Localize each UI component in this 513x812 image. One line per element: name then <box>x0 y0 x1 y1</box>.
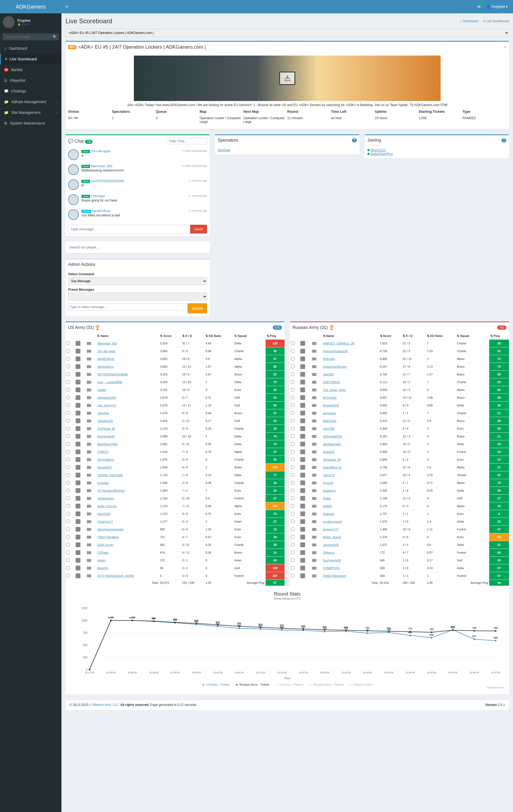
chat-player-link[interactable]: N0TOFFENSIVENAME <box>91 179 124 183</box>
user-menu[interactable]: 👤 Prophet ▾ <box>486 4 508 9</box>
player-link[interactable]: Jaysim0505 <box>323 543 339 546</box>
player-link[interactable]: yann33K <box>323 427 335 430</box>
row-checkbox[interactable] <box>291 434 294 438</box>
row-checkbox[interactable] <box>66 458 70 461</box>
col-header[interactable]: ⇅ Squad <box>233 332 265 340</box>
sidebar-item-playerlist[interactable]: ☰Playerlist <box>0 75 61 86</box>
player-link[interactable]: eliazi1992 <box>97 512 111 515</box>
player-link[interactable]: ChukyIce27 <box>97 520 113 523</box>
row-checkbox[interactable] <box>291 357 294 360</box>
row-checkbox[interactable] <box>291 458 294 461</box>
sidebar-item-adkats-management[interactable]: 📁AdKats Management‹ <box>0 96 61 107</box>
player-link[interactable]: DopamineShooter <box>323 365 347 368</box>
row-checkbox[interactable] <box>291 473 294 477</box>
legend-item[interactable]: -●- Russian Army - Tickets <box>235 683 269 686</box>
player-link[interactable]: CTABPIOKA <box>323 567 340 570</box>
footer-brand-link[interactable]: A Different Kind, LLC. <box>89 703 119 707</box>
row-checkbox[interactable] <box>66 373 70 376</box>
player-link[interactable]: Mister_Nueve <box>323 535 341 539</box>
row-checkbox[interactable] <box>291 388 294 392</box>
player-link[interactable]: SyncaS <box>323 481 333 485</box>
player-link[interactable]: holk89 <box>323 504 332 508</box>
row-checkbox[interactable] <box>66 411 70 415</box>
legend-item[interactable]: -●- US Army - Tickets <box>202 683 229 686</box>
row-checkbox[interactable] <box>66 473 70 477</box>
chat-player-link[interactable]: Marioman_993 <box>91 164 112 168</box>
player-link[interactable]: Z3NTURION <box>323 380 340 384</box>
player-link[interactable]: die30sachsen <box>323 442 341 446</box>
player-link[interactable]: rendineckondc <box>323 520 342 523</box>
player-link[interactable]: [#7] RookieoftheYear <box>97 489 124 492</box>
sidebar-toggle[interactable]: ≡ <box>61 4 72 9</box>
legend-item[interactable]: -○- Players Online <box>349 683 373 686</box>
col-header[interactable] <box>311 332 322 340</box>
row-checkbox[interactable] <box>291 419 294 423</box>
player-link[interactable]: The_Smart_Baka <box>323 388 346 392</box>
player-link[interactable]: Rykno0w <box>323 357 335 360</box>
col-header[interactable]: ⇅ Score <box>159 332 181 340</box>
player-link[interactable]: alphacap1959 <box>97 396 116 399</box>
player-link[interactable]: HARVEY_OSWALD_JR <box>323 342 354 345</box>
row-checkbox[interactable] <box>66 388 70 392</box>
row-checkbox[interactable] <box>291 411 294 415</box>
row-checkbox[interactable] <box>66 496 70 500</box>
messages-icon[interactable]: ✉0 <box>478 4 481 9</box>
col-header[interactable]: ⇅ Squad <box>456 332 489 340</box>
player-search-input[interactable] <box>68 244 207 250</box>
player-link[interactable]: MaCKaPa <box>323 419 336 423</box>
spectator-item[interactable]: DonDeal <box>218 148 357 152</box>
row-checkbox[interactable] <box>291 504 294 508</box>
row-checkbox[interactable] <box>66 396 70 399</box>
sidebar-item-dashboard[interactable]: ⌂Dashboard <box>0 43 61 54</box>
row-checkbox[interactable] <box>66 427 70 430</box>
row-checkbox[interactable] <box>291 489 294 492</box>
row-checkbox[interactable] <box>291 527 294 531</box>
player-link[interactable]: giner023 <box>323 450 335 454</box>
player-link[interactable]: Suchykartof3l <box>323 559 341 562</box>
row-checkbox[interactable] <box>291 543 294 546</box>
player-link[interactable]: JimPanse_60 <box>97 427 115 430</box>
player-link[interactable]: RoderikSVK <box>323 404 339 407</box>
col-header[interactable] <box>299 332 311 340</box>
player-link[interactable]: tapko_gr1m1in <box>97 504 117 508</box>
joining-item[interactable]: Binch2121 <box>367 148 506 152</box>
row-checkbox[interactable] <box>291 574 294 577</box>
player-link[interactable]: suryahina <box>323 411 336 415</box>
row-checkbox[interactable] <box>291 551 294 554</box>
preset-select[interactable] <box>68 293 207 300</box>
player-link[interactable]: Dat_Johnny17 <box>97 404 116 407</box>
player-link[interactable]: SkuumiOO <box>97 466 112 469</box>
sidebar-search-input[interactable] <box>3 33 51 40</box>
player-link[interactable]: kusheeno <box>323 489 336 492</box>
row-checkbox[interactable] <box>66 512 70 515</box>
player-link[interactable]: N0TOFFENSIVENAME <box>97 373 128 376</box>
player-link[interactable]: vgthefistman <box>97 497 114 500</box>
refresh-icon[interactable]: ⟳ <box>504 46 506 49</box>
submit-button[interactable]: Submit <box>188 303 207 313</box>
player-link[interactable]: F3R4TU <box>97 450 109 454</box>
sidebar-item-site-management[interactable]: 📁Site Management‹ <box>0 107 61 118</box>
chat-filter-input[interactable] <box>167 138 207 144</box>
row-checkbox[interactable] <box>66 574 70 577</box>
row-checkbox[interactable] <box>66 465 70 469</box>
row-checkbox[interactable] <box>66 489 70 492</box>
row-checkbox[interactable] <box>291 520 294 523</box>
col-header[interactable]: ⇅ Ping <box>489 332 509 340</box>
row-checkbox[interactable] <box>66 535 70 539</box>
command-select[interactable]: Say Message <box>68 277 207 285</box>
row-checkbox[interactable] <box>66 380 70 384</box>
col-header[interactable]: ⇅ KD Ratio <box>426 332 456 340</box>
player-link[interactable]: SpeedBird_02 <box>323 466 342 469</box>
chat-player-link[interactable]: AlexBF4Ever <box>92 209 111 213</box>
player-link[interactable]: Alon015 <box>97 567 108 570</box>
legend-item[interactable]: -○- US Army - Players <box>275 683 303 686</box>
player-link[interactable]: JNochka <box>97 411 109 415</box>
row-checkbox[interactable] <box>291 512 294 515</box>
player-link[interactable]: BlackBurnTR81 <box>97 442 118 446</box>
sidebar-item-chatlogs[interactable]: 💬Chatlogs <box>0 86 61 96</box>
sidebar-item-system-maintenance[interactable]: ⚙System Maintenance <box>0 118 61 128</box>
row-checkbox[interactable] <box>291 349 294 353</box>
sidebar-item-live-scoreboard[interactable]: ≡Live Scoreboard <box>0 54 61 64</box>
row-checkbox[interactable] <box>291 465 294 469</box>
row-checkbox[interactable] <box>66 442 70 446</box>
